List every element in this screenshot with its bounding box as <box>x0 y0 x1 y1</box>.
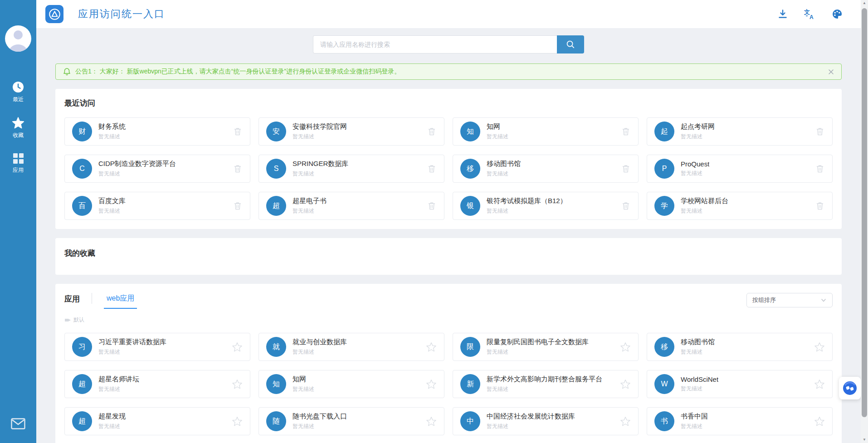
delete-icon[interactable] <box>621 201 631 211</box>
floating-widget-button[interactable] <box>839 377 861 399</box>
favorite-star-icon[interactable] <box>620 379 631 389</box>
app-card[interactable]: 移 移动图书馆 暂无描述 <box>647 333 833 361</box>
translate-icon[interactable]: 文 A <box>804 9 815 19</box>
favorites-panel: 我的收藏 <box>55 238 842 275</box>
favorite-star-icon[interactable] <box>620 342 631 352</box>
app-description: 暂无描述 <box>293 423 347 430</box>
favorite-star-icon[interactable] <box>814 379 825 389</box>
app-name: 超星发现 <box>98 412 126 421</box>
app-name: CIDP制造业数字资源平台 <box>98 160 176 168</box>
download-icon[interactable] <box>778 9 788 19</box>
app-card[interactable]: 超 超星电子书 暂无描述 <box>258 192 444 220</box>
app-description: 暂无描述 <box>98 207 126 215</box>
delete-icon[interactable] <box>621 127 631 136</box>
app-card[interactable]: C CIDP制造业数字资源平台 暂无描述 <box>64 155 250 183</box>
delete-icon[interactable] <box>621 164 631 174</box>
delete-icon[interactable] <box>233 164 243 174</box>
app-info: 限量复制民国图书电子全文数据库 暂无描述 <box>487 338 589 356</box>
delete-icon[interactable] <box>427 164 437 174</box>
scrollbar-down-arrow[interactable]: ▼ <box>861 437 868 443</box>
app-card[interactable]: 财 财务系统 暂无描述 <box>64 117 250 146</box>
sort-dropdown-value: 按组排序 <box>752 296 776 304</box>
user-avatar[interactable] <box>5 25 31 52</box>
app-name: 学校网站群后台 <box>681 197 728 205</box>
app-card[interactable]: 随 随书光盘下载入口 暂无描述 <box>258 407 444 435</box>
header: 应用访问统一入口 文 A <box>36 0 868 28</box>
palette-icon[interactable] <box>832 9 843 19</box>
page-scrollbar[interactable]: ▲ ▼ <box>861 0 868 443</box>
app-avatar: 安 <box>266 122 286 141</box>
app-card[interactable]: 移 移动图书馆 暂无描述 <box>453 155 639 183</box>
delete-icon[interactable] <box>815 164 825 174</box>
chevron-down-icon <box>820 297 827 303</box>
favorite-star-icon[interactable] <box>426 416 437 427</box>
app-card[interactable]: 起 起点考研网 暂无描述 <box>647 117 833 146</box>
app-avatar: 知 <box>266 374 286 394</box>
app-description: 暂无描述 <box>293 385 314 393</box>
favorite-star-icon[interactable] <box>426 342 437 352</box>
app-card[interactable]: 中 中国经济社会发展统计数据库 暂无描述 <box>453 407 639 435</box>
app-avatar: 财 <box>72 122 92 141</box>
app-card[interactable]: 百 百度文库 暂无描述 <box>64 192 250 220</box>
app-description: 暂无描述 <box>681 423 708 430</box>
app-card[interactable]: P ProQuest 暂无描述 <box>647 155 833 183</box>
close-icon[interactable] <box>828 69 834 75</box>
app-card[interactable]: 知 知网 暂无描述 <box>258 370 444 398</box>
app-card[interactable]: 书 书香中国 暂无描述 <box>647 407 833 435</box>
app-card[interactable]: 超 超星发现 暂无描述 <box>64 407 250 435</box>
search-icon <box>566 40 575 49</box>
app-info: 知网 暂无描述 <box>293 375 314 393</box>
delete-icon[interactable] <box>427 127 437 136</box>
app-card[interactable]: W WorldSciNet 暂无描述 <box>647 370 833 398</box>
favorite-star-icon[interactable] <box>814 342 825 352</box>
favorite-star-icon[interactable] <box>814 416 825 427</box>
search-button[interactable] <box>557 35 584 54</box>
favorite-star-icon[interactable] <box>232 379 243 389</box>
app-name: 移动图书馆 <box>681 338 715 346</box>
favorite-star-icon[interactable] <box>620 416 631 427</box>
app-card[interactable]: 学 学校网站群后台 暂无描述 <box>647 192 833 220</box>
app-card[interactable]: 知 知网 暂无描述 <box>453 117 639 146</box>
app-description: 暂无描述 <box>487 207 567 215</box>
tab-apps[interactable]: 应用 <box>64 293 80 304</box>
app-name: 中国经济社会发展统计数据库 <box>487 412 575 421</box>
sidebar-item-favorites[interactable]: 收藏 <box>12 117 24 139</box>
app-card[interactable]: 习 习近平重要讲话数据库 暂无描述 <box>64 333 250 361</box>
app-description: 暂无描述 <box>681 385 718 393</box>
scrollbar-up-arrow[interactable]: ▲ <box>861 0 868 6</box>
app-card[interactable]: 新 新学术外文高影响力期刊整合服务平台 暂无描述 <box>453 370 639 398</box>
sidebar-item-apps[interactable]: 应用 <box>12 153 24 174</box>
app-info: 书香中国 暂无描述 <box>681 412 708 430</box>
sidebar-mail-button[interactable] <box>11 418 25 431</box>
sort-dropdown[interactable]: 按组排序 <box>746 293 833 307</box>
app-card[interactable]: 限 限量复制民国图书电子全文数据库 暂无描述 <box>453 333 639 361</box>
app-avatar: 书 <box>654 411 674 431</box>
favorite-star-icon[interactable] <box>232 342 243 352</box>
app-name: 财务系统 <box>98 122 126 131</box>
app-info: SPRINGER数据库 暂无描述 <box>293 160 348 178</box>
delete-icon[interactable] <box>815 127 825 136</box>
delete-icon[interactable] <box>233 127 243 136</box>
app-avatar: S <box>266 159 286 179</box>
announcement-banner: 公告1： 大家好： 新版webvpn已正式上线，请大家点击“统一身份认证登录”进… <box>55 63 842 80</box>
app-description: 暂无描述 <box>98 133 126 141</box>
scrollbar-thumb[interactable] <box>862 8 867 417</box>
delete-icon[interactable] <box>815 201 825 211</box>
app-card[interactable]: 银 银符考试模拟题库（B12） 暂无描述 <box>453 192 639 220</box>
app-description: 暂无描述 <box>98 385 139 393</box>
group-label-text: 默认 <box>73 316 84 324</box>
app-card[interactable]: 超 超星名师讲坛 暂无描述 <box>64 370 250 398</box>
app-card[interactable]: S SPRINGER数据库 暂无描述 <box>258 155 444 183</box>
delete-icon[interactable] <box>233 201 243 211</box>
app-name: 书香中国 <box>681 412 708 421</box>
tab-web-apps[interactable]: web应用 <box>104 293 137 309</box>
sidebar-item-recent[interactable]: 最近 <box>12 81 24 103</box>
app-card[interactable]: 安 安徽科技学院官网 暂无描述 <box>258 117 444 146</box>
favorite-star-icon[interactable] <box>426 379 437 389</box>
mail-icon <box>11 418 25 429</box>
delete-icon[interactable] <box>427 201 437 211</box>
app-name: 随书光盘下载入口 <box>293 412 347 421</box>
app-card[interactable]: 就 就业与创业数据库 暂无描述 <box>258 333 444 361</box>
search-input[interactable] <box>313 35 557 54</box>
favorite-star-icon[interactable] <box>232 416 243 427</box>
